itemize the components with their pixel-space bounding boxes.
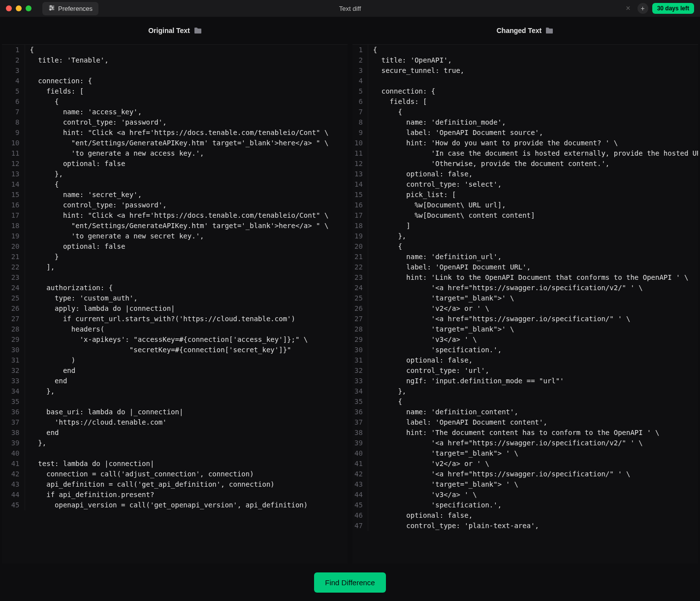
line-text[interactable]: optional: false,: [368, 169, 698, 179]
code-line[interactable]: 30 'specification.',: [352, 345, 698, 355]
line-text[interactable]: ],: [25, 262, 348, 272]
line-text[interactable]: '<a href="https://swagger.io/specificati…: [368, 438, 698, 448]
line-text[interactable]: apply: lambda do |connection|: [25, 303, 348, 314]
line-text[interactable]: 'v3</a> ' \: [368, 490, 698, 500]
line-text[interactable]: hint: "Click <a href='https://docs.tenab…: [25, 128, 348, 138]
code-line[interactable]: 39 },: [2, 438, 348, 448]
code-line[interactable]: 34 },: [2, 386, 348, 397]
code-line[interactable]: 45 'specification.',: [352, 500, 698, 510]
line-text[interactable]: },: [25, 169, 348, 179]
line-text[interactable]: authorization: {: [25, 283, 348, 293]
folder-open-icon[interactable]: [194, 27, 202, 34]
code-line[interactable]: 14 {: [2, 179, 348, 190]
line-text[interactable]: test: lambda do |connection|: [25, 459, 348, 469]
line-text[interactable]: 'v3</a> ' \: [368, 334, 698, 345]
code-line[interactable]: 35: [2, 397, 348, 407]
code-line[interactable]: 4 connection: {: [2, 76, 348, 86]
code-line[interactable]: 41 'v2</a> or ' \: [352, 459, 698, 469]
line-text[interactable]: %w[Document\ content content]: [368, 210, 698, 221]
line-text[interactable]: end: [25, 376, 348, 386]
line-text[interactable]: 'target="_blank">' \: [368, 324, 698, 334]
line-text[interactable]: optional: false,: [368, 510, 698, 521]
line-text[interactable]: name: 'definition_mode',: [368, 117, 698, 128]
code-line[interactable]: 34 },: [352, 386, 698, 397]
line-text[interactable]: },: [25, 438, 348, 448]
code-line[interactable]: 26 apply: lambda do |connection|: [2, 303, 348, 314]
code-line[interactable]: 11 'to generate a new access key.',: [2, 148, 348, 159]
line-text[interactable]: {: [368, 45, 698, 55]
line-text[interactable]: '<a href="https://swagger.io/specificati…: [368, 314, 698, 324]
find-difference-button[interactable]: Find Difference: [314, 572, 385, 593]
close-tab-button[interactable]: ×: [623, 3, 633, 14]
trial-badge[interactable]: 30 days left: [652, 3, 694, 14]
line-text[interactable]: title: 'Tenable',: [25, 55, 348, 66]
code-line[interactable]: 23: [2, 272, 348, 283]
code-line[interactable]: 44 'v3</a> ' \: [352, 490, 698, 500]
code-line[interactable]: 12 'Otherwise, provide the document cont…: [352, 159, 698, 169]
code-line[interactable]: 42 '<a href="https://swagger.io/specific…: [352, 469, 698, 479]
code-line[interactable]: 16 %w[Document\ URL url],: [352, 200, 698, 210]
code-line[interactable]: 22 label: 'OpenAPI Document URL',: [352, 262, 698, 272]
line-text[interactable]: },: [368, 231, 698, 241]
line-text[interactable]: name: 'definition_url',: [368, 252, 698, 262]
line-text[interactable]: label: 'OpenAPI Document content',: [368, 417, 698, 428]
line-text[interactable]: name: 'access_key',: [25, 107, 348, 117]
line-text[interactable]: 'v2</a> or ' \: [368, 303, 698, 314]
code-line[interactable]: 24 authorization: {: [2, 283, 348, 293]
line-text[interactable]: control_type: 'select',: [368, 179, 698, 190]
line-text[interactable]: 'target="_blank">' \: [368, 293, 698, 303]
code-line[interactable]: 17 hint: "Click <a href='https://docs.te…: [2, 210, 348, 221]
code-line[interactable]: 14 control_type: 'select',: [352, 179, 698, 190]
code-line[interactable]: 7 {: [352, 107, 698, 117]
code-line[interactable]: 18 "ent/Settings/GenerateAPIKey.htm' tar…: [2, 221, 348, 231]
line-text[interactable]: [368, 76, 698, 86]
line-text[interactable]: ngIf: 'input.definition_mode == "url"': [368, 376, 698, 386]
code-line[interactable]: 30 "secretKey=#{connection['secret_key']…: [2, 345, 348, 355]
line-text[interactable]: "ent/Settings/GenerateAPIKey.htm' target…: [25, 221, 348, 231]
code-line[interactable]: 8 control_type: 'password',: [2, 117, 348, 128]
line-text[interactable]: name: 'secret_key',: [25, 190, 348, 200]
code-line[interactable]: 9 hint: "Click <a href='https://docs.ten…: [2, 128, 348, 138]
line-text[interactable]: ]: [368, 221, 698, 231]
code-line[interactable]: 31 optional: false,: [352, 355, 698, 366]
code-line[interactable]: 8 name: 'definition_mode',: [352, 117, 698, 128]
code-line[interactable]: 6 {: [2, 97, 348, 107]
code-line[interactable]: 3 secure_tunnel: true,: [352, 66, 698, 76]
code-line[interactable]: 22 ],: [2, 262, 348, 272]
code-line[interactable]: 21 name: 'definition_url',: [352, 252, 698, 262]
line-text[interactable]: secure_tunnel: true,: [368, 66, 698, 76]
line-text[interactable]: end: [25, 428, 348, 438]
line-text[interactable]: 'to generate a new secret key.',: [25, 231, 348, 241]
line-text[interactable]: 'specification.',: [368, 500, 698, 510]
line-text[interactable]: label: 'OpenAPI Document source',: [368, 128, 698, 138]
line-text[interactable]: '<a href="https://swagger.io/specificati…: [368, 469, 698, 479]
code-line[interactable]: 45 openapi_version = call('get_openapi_v…: [2, 500, 348, 510]
code-line[interactable]: 47 control_type: 'plain-text-area',: [352, 521, 698, 531]
code-line[interactable]: 29 'v3</a> ' \: [352, 334, 698, 345]
line-text[interactable]: ): [25, 355, 348, 366]
code-line[interactable]: 25 'target="_blank">' \: [352, 293, 698, 303]
line-text[interactable]: control_type: 'url',: [368, 366, 698, 376]
code-line[interactable]: 18 ]: [352, 221, 698, 231]
code-line[interactable]: 27 '<a href="https://swagger.io/specific…: [352, 314, 698, 324]
code-line[interactable]: 3: [2, 66, 348, 76]
line-text[interactable]: {: [25, 45, 348, 55]
code-line[interactable]: 42 connection = call('adjust_connection'…: [2, 469, 348, 479]
line-text[interactable]: [25, 448, 348, 459]
code-line[interactable]: 10 "ent/Settings/GenerateAPIKey.htm' tar…: [2, 138, 348, 148]
line-text[interactable]: if api_definition.present?: [25, 490, 348, 500]
line-text[interactable]: control_type: 'password',: [25, 117, 348, 128]
line-text[interactable]: connection: {: [368, 86, 698, 97]
line-text[interactable]: 'target="_blank"> ' \: [368, 448, 698, 459]
line-text[interactable]: connection = call('adjust_connection', c…: [25, 469, 348, 479]
code-line[interactable]: 33 end: [2, 376, 348, 386]
code-line[interactable]: 24 '<a href="https://swagger.io/specific…: [352, 283, 698, 293]
code-content[interactable]: 1{2 title: 'Tenable',34 connection: {5 f…: [2, 45, 348, 510]
line-text[interactable]: 'target="_blank"> ' \: [368, 479, 698, 490]
code-line[interactable]: 5 fields: [: [2, 86, 348, 97]
line-text[interactable]: openapi_version = call('get_openapi_vers…: [25, 500, 348, 510]
code-line[interactable]: 43 'target="_blank"> ' \: [352, 479, 698, 490]
line-text[interactable]: }: [25, 252, 348, 262]
line-text[interactable]: type: 'custom_auth',: [25, 293, 348, 303]
window-minimize[interactable]: [16, 5, 22, 11]
